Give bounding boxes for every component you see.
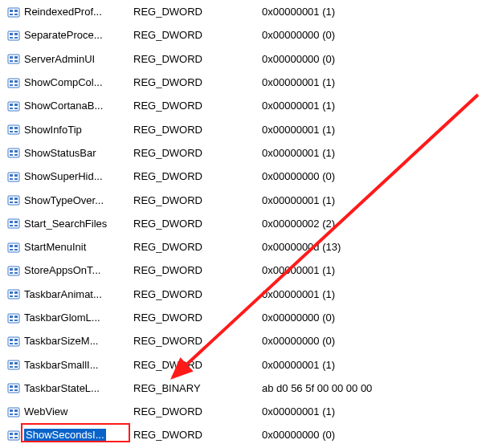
svg-rect-84 <box>14 389 18 391</box>
value-name: ShowCortanaB... <box>21 100 130 112</box>
registry-row[interactable]: WebViewREG_DWORD0x00000001 (1) <box>0 400 482 423</box>
svg-rect-85 <box>8 408 19 417</box>
svg-rect-89 <box>14 413 18 415</box>
registry-row[interactable]: SeparateProce...REG_DWORD0x00000000 (0) <box>0 23 482 47</box>
value-name: ShowCompCol... <box>21 76 130 88</box>
registry-row[interactable]: TaskbarGlomL...REG_DWORD0x00000000 (0) <box>0 306 482 329</box>
value-data: 0x00000001 (1) <box>259 124 482 136</box>
svg-rect-9 <box>14 37 18 39</box>
dword-icon <box>6 381 21 394</box>
svg-rect-62 <box>14 291 18 294</box>
svg-rect-91 <box>10 433 13 435</box>
registry-row[interactable]: TaskbarSmallI...REG_DWORD0x00000001 (1) <box>0 352 482 376</box>
value-type: REG_DWORD <box>130 53 259 65</box>
value-type: REG_BINARY <box>130 382 259 394</box>
dword-icon <box>6 100 21 112</box>
value-type: REG_DWORD <box>130 312 259 324</box>
svg-rect-31 <box>10 150 13 153</box>
registry-row[interactable]: ShowCompCol...REG_DWORD0x00000001 (1) <box>0 71 482 94</box>
svg-rect-41 <box>10 198 13 200</box>
dword-icon <box>6 6 21 18</box>
value-name: ShowTypeOver... <box>21 194 130 206</box>
dword-icon <box>6 312 21 324</box>
registry-row[interactable]: ServerAdminUIREG_DWORD0x00000000 (0) <box>0 47 482 71</box>
svg-rect-39 <box>14 178 18 180</box>
value-data: 0x00000001 (1) <box>259 405 482 417</box>
dword-icon <box>6 405 21 418</box>
svg-rect-55 <box>8 267 19 275</box>
registry-row[interactable]: ShowInfoTipREG_DWORD0x00000001 (1) <box>0 117 482 141</box>
dword-icon <box>6 335 21 348</box>
svg-rect-5 <box>8 31 19 40</box>
registry-row[interactable]: ShowStatusBarREG_DWORD0x00000001 (1) <box>0 141 482 165</box>
dword-icon <box>6 52 21 65</box>
registry-row[interactable]: Start_SearchFilesREG_DWORD0x00000002 (2) <box>0 212 482 235</box>
registry-row[interactable]: TaskbarStateL...REG_BINARYab d0 56 5f 00… <box>0 377 482 400</box>
svg-rect-40 <box>8 196 19 205</box>
value-name: Start_SearchFiles <box>21 218 130 230</box>
svg-rect-94 <box>14 437 18 438</box>
value-name: TaskbarGlomL... <box>21 312 130 324</box>
registry-value-list[interactable]: ReindexedProf...REG_DWORD0x00000001 (1)S… <box>0 0 482 447</box>
dword-icon <box>6 146 21 159</box>
svg-rect-44 <box>14 202 18 203</box>
svg-rect-86 <box>10 409 13 412</box>
svg-rect-56 <box>10 268 13 271</box>
svg-rect-60 <box>8 290 19 299</box>
value-data: 0x00000000 (0) <box>259 312 482 324</box>
value-data: 0x0000000d (13) <box>259 241 482 253</box>
svg-rect-54 <box>14 249 18 250</box>
value-type: REG_DWORD <box>130 6 259 18</box>
svg-rect-46 <box>10 221 13 223</box>
value-name: TaskbarSizeM... <box>21 335 130 347</box>
value-data: 0x00000001 (1) <box>259 100 482 112</box>
registry-row[interactable]: StartMenuInitREG_DWORD0x0000000d (13) <box>0 235 482 259</box>
svg-rect-20 <box>8 102 19 111</box>
svg-rect-57 <box>14 268 18 271</box>
svg-rect-81 <box>10 385 13 388</box>
svg-rect-79 <box>14 366 18 368</box>
svg-rect-72 <box>14 339 18 341</box>
svg-rect-26 <box>10 127 13 129</box>
svg-rect-83 <box>10 389 13 391</box>
svg-rect-58 <box>10 272 13 274</box>
value-name: ReindexedProf... <box>21 6 130 18</box>
value-type: REG_DWORD <box>130 288 259 300</box>
value-data: 0x00000000 (0) <box>259 170 482 182</box>
registry-row[interactable]: ShowTypeOver...REG_DWORD0x00000001 (1) <box>0 188 482 211</box>
svg-rect-29 <box>14 131 18 132</box>
svg-rect-61 <box>10 291 13 294</box>
value-data: 0x00000002 (2) <box>259 218 482 230</box>
value-type: REG_DWORD <box>130 359 259 371</box>
svg-rect-34 <box>14 154 18 156</box>
svg-rect-2 <box>14 10 18 12</box>
svg-rect-59 <box>14 272 18 274</box>
value-data: 0x00000000 (0) <box>259 53 482 65</box>
value-type: REG_DWORD <box>130 170 259 182</box>
registry-row[interactable]: TaskbarSizeM...REG_DWORD0x00000000 (0) <box>0 329 482 352</box>
svg-rect-23 <box>10 108 13 109</box>
value-data: 0x00000001 (1) <box>259 288 482 300</box>
svg-rect-1 <box>10 10 13 12</box>
svg-rect-48 <box>10 225 13 226</box>
value-name: ShowSuperHid... <box>21 170 130 182</box>
registry-row[interactable]: StoreAppsOnT...REG_DWORD0x00000001 (1) <box>0 259 482 282</box>
registry-row[interactable]: ShowSecondsI...REG_DWORD0x00000000 (0) <box>0 423 482 446</box>
svg-rect-38 <box>10 178 13 180</box>
svg-rect-32 <box>14 150 18 153</box>
value-data: 0x00000001 (1) <box>259 76 482 88</box>
svg-rect-12 <box>14 56 18 59</box>
svg-rect-78 <box>10 366 13 368</box>
value-data: 0x00000001 (1) <box>259 264 482 276</box>
registry-row[interactable]: TaskbarAnimat...REG_DWORD0x00000001 (1) <box>0 283 482 306</box>
value-data: 0x00000001 (1) <box>259 194 482 206</box>
svg-rect-25 <box>8 125 19 134</box>
value-type: REG_DWORD <box>130 76 259 88</box>
registry-row[interactable]: ReindexedProf...REG_DWORD0x00000001 (1) <box>0 0 482 23</box>
value-name: ShowSecondsI... <box>21 429 130 441</box>
registry-row[interactable]: ShowSuperHid...REG_DWORD0x00000000 (0) <box>0 165 482 188</box>
svg-rect-70 <box>8 337 19 346</box>
svg-rect-93 <box>10 437 13 438</box>
dword-icon <box>6 29 21 42</box>
registry-row[interactable]: ShowCortanaB...REG_DWORD0x00000001 (1) <box>0 94 482 117</box>
